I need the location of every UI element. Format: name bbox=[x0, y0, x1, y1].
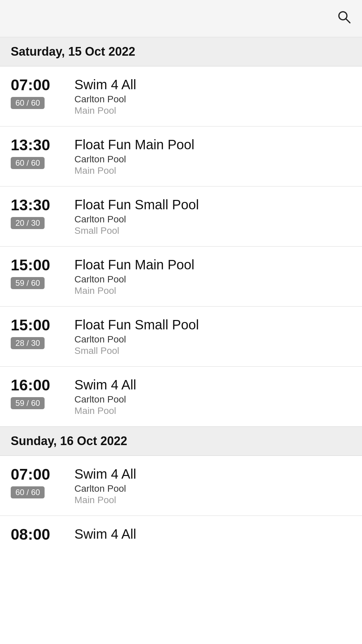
session-time: 15:00 bbox=[11, 317, 50, 334]
session-left: 15:00 59 / 60 bbox=[11, 257, 68, 289]
session-venue: Carlton Pool bbox=[74, 154, 351, 165]
session-item-0-2[interactable]: 13:30 20 / 30 Float Fun Small Pool Carlt… bbox=[0, 186, 362, 247]
session-name: Float Fun Small Pool bbox=[74, 317, 351, 333]
session-left: 13:30 20 / 30 bbox=[11, 197, 68, 229]
session-right: Float Fun Small Pool Carlton Pool Small … bbox=[68, 197, 351, 236]
session-left: 07:00 60 / 60 bbox=[11, 76, 68, 109]
session-time: 13:30 bbox=[11, 197, 50, 214]
sessions-container: Saturday, 15 Oct 2022 07:00 60 / 60 Swim… bbox=[0, 37, 362, 547]
session-name: Swim 4 All bbox=[74, 526, 351, 542]
capacity-badge: 60 / 60 bbox=[11, 157, 45, 169]
session-pool: Main Pool bbox=[74, 105, 351, 116]
session-venue: Carlton Pool bbox=[74, 483, 351, 494]
session-left: 08:00 bbox=[11, 526, 68, 543]
session-right: Float Fun Main Pool Carlton Pool Main Po… bbox=[68, 257, 351, 296]
session-venue: Carlton Pool bbox=[74, 94, 351, 105]
search-button[interactable] bbox=[337, 9, 351, 28]
session-left: 15:00 28 / 30 bbox=[11, 317, 68, 349]
session-name: Swim 4 All bbox=[74, 377, 351, 393]
capacity-badge: 59 / 60 bbox=[11, 277, 45, 289]
session-left: 13:30 60 / 60 bbox=[11, 137, 68, 169]
session-pool: Small Pool bbox=[74, 345, 351, 356]
session-pool: Small Pool bbox=[74, 225, 351, 236]
capacity-badge: 28 / 30 bbox=[11, 337, 45, 349]
session-name: Float Fun Main Pool bbox=[74, 257, 351, 273]
session-pool: Main Pool bbox=[74, 165, 351, 176]
session-item-0-5[interactable]: 16:00 59 / 60 Swim 4 All Carlton Pool Ma… bbox=[0, 367, 362, 427]
session-pool: Main Pool bbox=[74, 406, 351, 416]
session-time: 15:00 bbox=[11, 257, 50, 274]
session-venue: Carlton Pool bbox=[74, 214, 351, 225]
session-time: 07:00 bbox=[11, 466, 50, 483]
session-time: 16:00 bbox=[11, 377, 50, 394]
session-left: 16:00 59 / 60 bbox=[11, 377, 68, 409]
session-venue: Carlton Pool bbox=[74, 274, 351, 285]
capacity-badge: 60 / 60 bbox=[11, 486, 45, 498]
date-header-1: Sunday, 16 Oct 2022 bbox=[0, 427, 362, 456]
session-item-0-3[interactable]: 15:00 59 / 60 Float Fun Main Pool Carlto… bbox=[0, 247, 362, 307]
session-left: 07:00 60 / 60 bbox=[11, 466, 68, 498]
svg-line-1 bbox=[346, 19, 350, 23]
session-pool: Main Pool bbox=[74, 495, 351, 505]
session-right: Swim 4 All bbox=[68, 526, 351, 543]
session-right: Swim 4 All Carlton Pool Main Pool bbox=[68, 377, 351, 416]
session-time: 13:30 bbox=[11, 137, 50, 154]
capacity-badge: 59 / 60 bbox=[11, 397, 45, 409]
session-time: 08:00 bbox=[11, 526, 50, 543]
session-pool: Main Pool bbox=[74, 285, 351, 296]
session-name: Float Fun Main Pool bbox=[74, 137, 351, 153]
session-name: Float Fun Small Pool bbox=[74, 197, 351, 213]
session-item-1-0[interactable]: 07:00 60 / 60 Swim 4 All Carlton Pool Ma… bbox=[0, 456, 362, 516]
session-name: Swim 4 All bbox=[74, 466, 351, 482]
session-right: Float Fun Small Pool Carlton Pool Small … bbox=[68, 317, 351, 356]
session-right: Float Fun Main Pool Carlton Pool Main Po… bbox=[68, 137, 351, 176]
session-venue: Carlton Pool bbox=[74, 334, 351, 345]
session-item-0-1[interactable]: 13:30 60 / 60 Float Fun Main Pool Carlto… bbox=[0, 126, 362, 186]
capacity-badge: 60 / 60 bbox=[11, 97, 45, 109]
date-header-0: Saturday, 15 Oct 2022 bbox=[0, 37, 362, 66]
session-right: Swim 4 All Carlton Pool Main Pool bbox=[68, 76, 351, 116]
session-venue: Carlton Pool bbox=[74, 394, 351, 405]
capacity-badge: 20 / 30 bbox=[11, 217, 45, 229]
session-time: 07:00 bbox=[11, 76, 50, 94]
session-partial-1-1[interactable]: 08:00 Swim 4 All bbox=[0, 516, 362, 547]
session-name: Swim 4 All bbox=[74, 76, 351, 93]
session-item-0-0[interactable]: 07:00 60 / 60 Swim 4 All Carlton Pool Ma… bbox=[0, 66, 362, 126]
session-right: Swim 4 All Carlton Pool Main Pool bbox=[68, 466, 351, 505]
app-header bbox=[0, 0, 362, 37]
session-item-0-4[interactable]: 15:00 28 / 30 Float Fun Small Pool Carlt… bbox=[0, 307, 362, 367]
